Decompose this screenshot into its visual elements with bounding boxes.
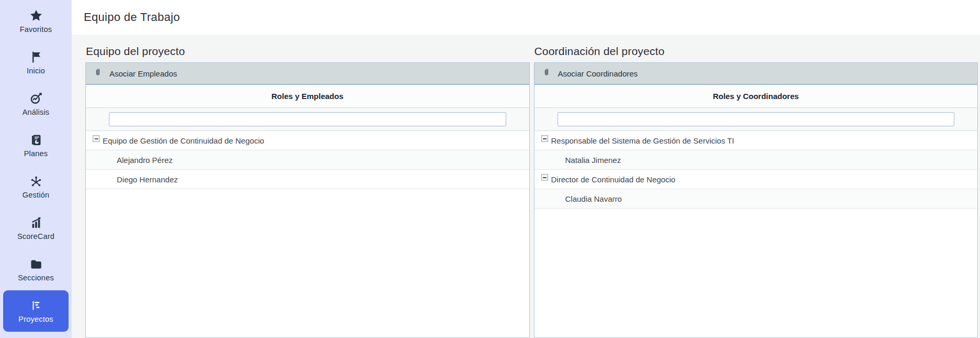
- project-coordination-panel: Asociar Coordinadores Roles y Coordinado…: [534, 62, 978, 338]
- app-window: Favoritos Inicio Análisis: [0, 0, 980, 338]
- member-label: Natalia Jimenez: [565, 156, 621, 165]
- tree-row[interactable]: Natalia Jimenez: [534, 150, 978, 170]
- gantt-chart-icon: [29, 299, 43, 312]
- tree-empty-area: [86, 189, 529, 337]
- star-icon: [29, 9, 43, 23]
- coordinators-tree: Responsable del Sistema de Gestión de Se…: [534, 131, 978, 337]
- toolbar-label: Asociar Coordinadores: [558, 69, 638, 78]
- role-label: Equipo de Gestión de Continuidad de Nego…: [103, 136, 264, 145]
- sidebar-item-label: Proyectos: [18, 315, 53, 323]
- employees-search-input[interactable]: [109, 112, 506, 126]
- member-label: Alejandro Pérez: [117, 156, 173, 165]
- paperclip-icon: [94, 67, 102, 80]
- report-book-icon: [29, 133, 43, 147]
- sidebar-item-analisis[interactable]: Análisis: [0, 83, 72, 125]
- sidebar-item-inicio[interactable]: Inicio: [0, 42, 72, 83]
- sidebar-item-label: Inicio: [27, 67, 45, 75]
- column-header-label: Roles y Empleados: [271, 92, 343, 101]
- bar-chart-icon: [29, 216, 43, 230]
- page-header: Equipo de Trabajo: [72, 0, 980, 35]
- member-label: Diego Hernandez: [117, 175, 178, 184]
- associate-coordinators-button[interactable]: Asociar Coordinadores: [534, 63, 978, 85]
- tree-row[interactable]: Director de Continuidad de Negocio: [534, 170, 978, 189]
- analysis-magnifier-icon: [29, 92, 43, 105]
- page-title: Equipo de Trabajo: [84, 10, 180, 24]
- coordinators-search-row: [534, 108, 978, 131]
- sidebar-item-secciones[interactable]: Secciones: [0, 249, 72, 290]
- sidebar-item-planes[interactable]: Planes: [0, 125, 72, 166]
- employees-search-row: [86, 108, 529, 131]
- main-area: Equipo de Trabajo Equipo del proyecto As…: [72, 0, 980, 338]
- sidebar-item-proyectos[interactable]: Proyectos: [3, 290, 69, 332]
- column-header-label: Roles y Coordinadores: [713, 92, 799, 101]
- role-label: Director de Continuidad de Negocio: [551, 175, 676, 184]
- roles-employees-column-header: Roles y Empleados: [86, 85, 529, 108]
- role-label: Responsable del Sistema de Gestión de Se…: [551, 136, 734, 145]
- collapse-minus-icon[interactable]: [93, 135, 99, 142]
- content-area: Equipo del proyecto Asociar Empleados Ro…: [72, 35, 980, 338]
- associate-employees-button[interactable]: Asociar Empleados: [86, 63, 529, 85]
- project-team-heading: Equipo del proyecto: [86, 45, 530, 58]
- collapse-minus-icon[interactable]: [541, 174, 548, 181]
- roles-coordinators-column-header: Roles y Coordinadores: [534, 85, 978, 108]
- project-coordination-column: Coordinación del proyecto Asociar Coordi…: [534, 35, 978, 338]
- paperclip-icon: [542, 67, 551, 80]
- sidebar-item-label: Análisis: [23, 108, 50, 116]
- coordinators-search-input[interactable]: [558, 112, 955, 126]
- tree-row[interactable]: Equipo de Gestión de Continuidad de Nego…: [86, 131, 529, 150]
- project-team-panel: Asociar Empleados Roles y Empleados Equi…: [85, 62, 530, 338]
- sidebar-item-label: Planes: [24, 149, 48, 158]
- member-label: Claudia Navarro: [565, 194, 622, 203]
- tree-row[interactable]: Claudia Navarro: [534, 189, 978, 209]
- toolbar-label: Asociar Empleados: [109, 69, 177, 78]
- tree-row[interactable]: Alejandro Pérez: [86, 150, 529, 170]
- collapse-minus-icon[interactable]: [541, 135, 548, 142]
- sidebar-item-label: Secciones: [18, 274, 54, 282]
- project-team-column: Equipo del proyecto Asociar Empleados Ro…: [85, 35, 530, 338]
- sidebar-item-favoritos[interactable]: Favoritos: [0, 1, 72, 42]
- sidebar: Favoritos Inicio Análisis: [0, 0, 72, 338]
- network-nodes-icon: [29, 175, 43, 188]
- folder-icon: [29, 257, 43, 271]
- sidebar-item-label: ScoreCard: [17, 232, 54, 241]
- project-coordination-heading: Coordinación del proyecto: [534, 45, 978, 58]
- flag-icon: [29, 50, 43, 64]
- sidebar-item-gestion[interactable]: Gestión: [0, 166, 72, 208]
- employees-tree: Equipo de Gestión de Continuidad de Nego…: [86, 131, 529, 337]
- sidebar-item-label: Gestión: [23, 191, 49, 199]
- tree-row[interactable]: Diego Hernandez: [86, 170, 529, 189]
- tree-row[interactable]: Responsable del Sistema de Gestión de Se…: [534, 131, 978, 150]
- sidebar-item-label: Favoritos: [20, 25, 52, 34]
- sidebar-item-scorecard[interactable]: ScoreCard: [0, 208, 72, 249]
- tree-empty-area: [534, 209, 978, 337]
